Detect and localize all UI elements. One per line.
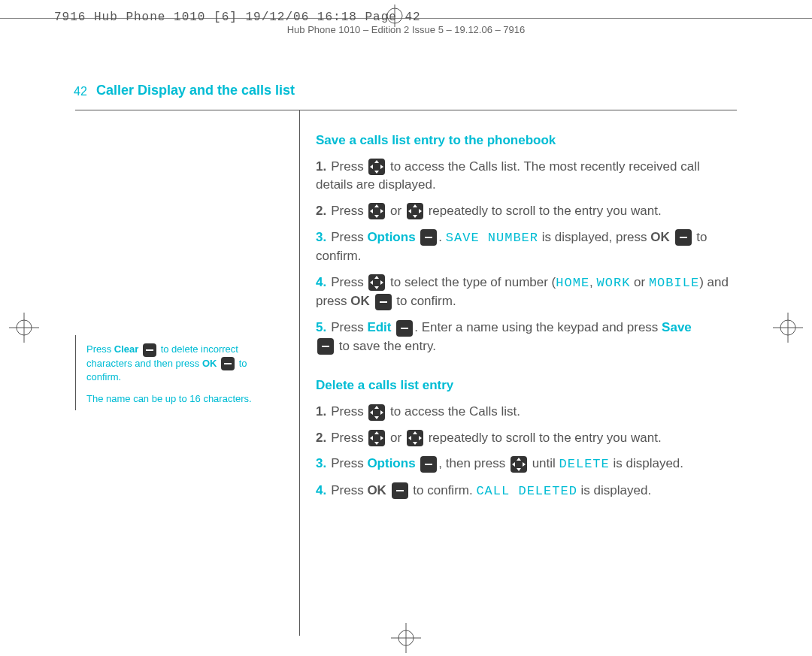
save-heading: Save a calls list entry to the phonebook xyxy=(316,132,737,150)
softkey-icon xyxy=(420,229,437,246)
reg-mark-bottom-icon xyxy=(391,623,421,653)
softkey-icon xyxy=(143,343,156,357)
delete-step-1: 1.Press to access the Calls list. xyxy=(316,403,737,422)
nav-icon xyxy=(368,404,385,421)
section-title: Caller Display and the calls list xyxy=(96,83,295,98)
sidebar-vertical-rule xyxy=(75,335,76,410)
crop-header: 7916 Hub Phone 1010 [6] 19/12/06 16:18 P… xyxy=(54,11,421,24)
main-content: Save a calls list entry to the phonebook… xyxy=(316,132,737,522)
save-step-5: 5.Press Edit . Enter a name using the ke… xyxy=(316,319,737,355)
nav-icon xyxy=(407,203,423,219)
content-top-rule xyxy=(75,110,737,110)
reg-mark-left-icon xyxy=(9,313,39,343)
softkey-icon xyxy=(221,357,235,370)
softkey-icon xyxy=(317,338,334,355)
nav-icon xyxy=(368,430,385,446)
softkey-icon xyxy=(420,456,437,473)
delete-step-2: 2.Press or repeatedly to scroll to the e… xyxy=(316,429,737,448)
running-head: Hub Phone 1010 – Edition 2 Issue 5 – 19.… xyxy=(0,24,812,35)
nav-icon xyxy=(511,456,527,473)
nav-icon xyxy=(368,159,385,175)
save-step-4: 4.Press to select the type of number (HO… xyxy=(316,274,737,311)
save-steps: 1.Press to access the Calls list. The mo… xyxy=(316,158,737,356)
nav-icon xyxy=(368,203,385,219)
svg-point-5 xyxy=(780,320,795,335)
svg-point-8 xyxy=(398,630,414,645)
delete-step-4: 4.Press OK to confirm. CALL DELETED is d… xyxy=(316,482,737,501)
softkey-icon xyxy=(396,320,413,337)
save-step-2: 2.Press or repeatedly to scroll to the e… xyxy=(316,202,737,221)
delete-steps: 1.Press to access the Calls list. 2.Pres… xyxy=(316,403,737,501)
nav-icon xyxy=(368,274,385,291)
sidebar-note-clear: Press Clear to delete incorrect characte… xyxy=(86,343,282,384)
page-number: 42 xyxy=(74,85,87,98)
content-vertical-rule xyxy=(299,110,300,636)
save-step-1: 1.Press to access the Calls list. The mo… xyxy=(316,158,737,195)
softkey-icon xyxy=(392,482,408,499)
delete-heading: Delete a calls list entry xyxy=(316,376,737,395)
softkey-icon xyxy=(675,229,692,246)
sidebar-note-length: The name can be up to 16 characters. xyxy=(86,392,282,406)
delete-step-3: 3.Press Options , then press until DELET… xyxy=(316,455,737,474)
softkey-icon xyxy=(375,294,392,310)
nav-icon xyxy=(407,430,423,446)
manual-page: 7916 Hub Phone 1010 [6] 19/12/06 16:18 P… xyxy=(0,0,812,656)
svg-point-2 xyxy=(17,320,32,335)
save-step-3: 3.Press Options . SAVE NUMBER is display… xyxy=(316,228,737,266)
reg-mark-right-icon xyxy=(773,313,803,343)
